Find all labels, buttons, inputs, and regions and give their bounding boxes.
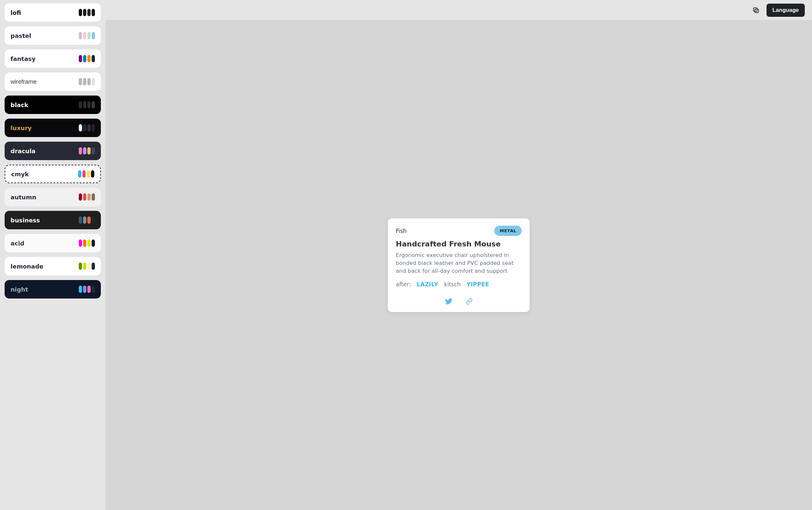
swatch-pill <box>83 32 86 39</box>
theme-swatches <box>79 193 95 201</box>
theme-item-business[interactable]: business <box>5 211 101 229</box>
swatch-pill <box>79 147 82 154</box>
theme-item-label: wireframe <box>10 79 36 85</box>
swatch-pill <box>92 55 95 62</box>
swatch-pill <box>83 286 86 293</box>
theme-sidebar: lofipastelfantasywireframeblackluxurydra… <box>0 0 106 510</box>
theme-item-label: acid <box>10 240 24 247</box>
card-category: Fish <box>396 228 407 234</box>
theme-swatches <box>79 101 95 109</box>
theme-swatches <box>79 124 95 131</box>
theme-item-lemonade[interactable]: lemonade <box>5 257 101 275</box>
swatch-pill <box>92 9 95 16</box>
swatch-pill <box>92 240 95 247</box>
theme-swatches <box>79 147 95 154</box>
swatch-pill <box>79 193 82 201</box>
theme-swatches <box>79 9 95 16</box>
copy-icon <box>752 6 760 14</box>
card-header: Fish METAL <box>396 226 522 236</box>
swatch-pill <box>83 147 86 154</box>
swatch-pill <box>83 124 86 131</box>
card-word-row: after:LAZILYkitschYIPPEE <box>396 281 522 288</box>
theme-swatches <box>79 78 95 85</box>
swatch-pill <box>83 263 86 270</box>
svg-rect-1 <box>753 7 757 11</box>
card-word-link[interactable]: YIPPEE <box>467 281 489 288</box>
theme-item-night[interactable]: night <box>5 280 101 299</box>
swatch-pill <box>83 193 86 201</box>
swatch-pill <box>82 170 86 178</box>
swatch-pill <box>92 32 95 39</box>
swatch-pill <box>79 78 82 85</box>
swatch-pill <box>92 263 95 270</box>
theme-item-black[interactable]: black <box>5 95 101 114</box>
app-root: lofipastelfantasywireframeblackluxurydra… <box>0 0 812 510</box>
swatch-pill <box>87 32 91 39</box>
swatch-pill <box>87 240 91 247</box>
theme-item-dracula[interactable]: dracula <box>5 142 101 160</box>
theme-item-autumn[interactable]: autumn <box>5 188 101 206</box>
theme-item-luxury[interactable]: luxury <box>5 119 101 137</box>
theme-item-label: cmyk <box>11 171 29 178</box>
swatch-pill <box>92 193 95 201</box>
theme-item-cmyk[interactable]: cmyk <box>5 165 101 183</box>
card-share-row <box>396 298 522 305</box>
theme-item-label: luxury <box>10 124 32 131</box>
twitter-button[interactable] <box>445 298 453 305</box>
swatch-pill <box>79 55 82 62</box>
theme-item-lofi[interactable]: lofi <box>5 3 101 22</box>
theme-swatches <box>79 55 95 62</box>
swatch-pill <box>87 78 91 85</box>
theme-item-wireframe[interactable]: wireframe <box>5 72 101 91</box>
language-button[interactable]: Language <box>766 4 805 17</box>
card-word-link[interactable]: LAZILY <box>417 281 438 288</box>
swatch-pill <box>87 9 91 16</box>
swatch-pill <box>87 193 91 201</box>
theme-item-label: lofi <box>10 9 21 16</box>
swatch-pill <box>92 78 95 85</box>
svg-rect-0 <box>755 9 758 12</box>
theme-swatches <box>79 32 95 39</box>
main-panel: Language Fish METAL Handcrafted Fresh Mo… <box>106 0 812 510</box>
theme-item-acid[interactable]: acid <box>5 234 101 252</box>
swatch-pill <box>83 216 86 224</box>
swatch-pill <box>79 124 82 131</box>
theme-item-label: pastel <box>10 32 31 39</box>
theme-item-pastel[interactable]: pastel <box>5 26 101 45</box>
share-link-button[interactable] <box>466 298 472 305</box>
card-badge: METAL <box>494 226 522 236</box>
swatch-pill <box>92 286 95 293</box>
theme-item-label: autumn <box>10 194 36 201</box>
swatch-pill <box>79 32 82 39</box>
swatch-pill <box>87 55 91 62</box>
copy-button[interactable] <box>751 6 761 15</box>
theme-swatches <box>79 240 95 247</box>
swatch-pill <box>83 78 86 85</box>
theme-item-label: night <box>10 286 28 293</box>
theme-item-fantasy[interactable]: fantasy <box>5 50 101 68</box>
theme-swatches <box>79 286 95 293</box>
theme-item-label: black <box>10 101 28 109</box>
card-word: kitsch <box>444 281 461 288</box>
swatch-pill <box>79 240 82 247</box>
card-description: Ergonomic executive chair upholstered in… <box>396 251 522 275</box>
swatch-pill <box>87 170 90 178</box>
swatch-pill <box>87 147 91 154</box>
swatch-pill <box>83 240 86 247</box>
topbar: Language <box>106 0 812 21</box>
swatch-pill <box>79 286 82 293</box>
swatch-pill <box>92 147 95 154</box>
theme-item-label: dracula <box>10 148 36 154</box>
swatch-pill <box>79 101 82 109</box>
swatch-pill <box>92 124 95 131</box>
swatch-pill <box>91 170 94 178</box>
swatch-pill <box>92 101 95 109</box>
twitter-icon <box>445 298 453 305</box>
theme-item-label: fantasy <box>10 55 36 62</box>
swatch-pill <box>83 9 86 16</box>
swatch-pill <box>79 216 82 224</box>
swatch-pill <box>87 216 91 224</box>
theme-swatches <box>79 263 95 270</box>
preview-canvas: Fish METAL Handcrafted Fresh Mouse Ergon… <box>106 21 812 510</box>
swatch-pill <box>92 216 95 224</box>
